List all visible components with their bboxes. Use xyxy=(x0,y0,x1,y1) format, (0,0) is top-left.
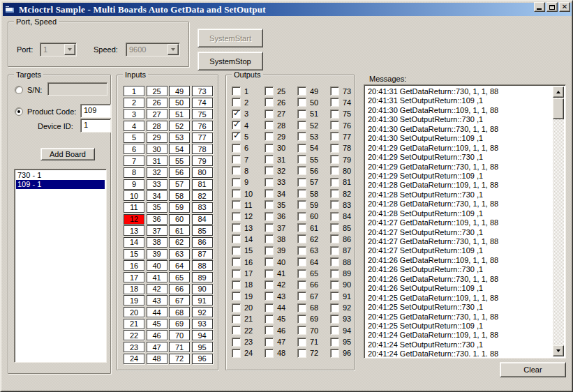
input-cell-19[interactable]: 19 xyxy=(124,295,144,306)
output-checkbox-65[interactable]: ✓ xyxy=(297,269,306,278)
output-checkbox-79[interactable]: ✓ xyxy=(330,155,339,164)
input-cell-27[interactable]: 27 xyxy=(147,109,168,119)
output-checkbox-45[interactable]: ✓ xyxy=(265,315,274,324)
input-cell-25[interactable]: 25 xyxy=(147,86,168,96)
output-checkbox-68[interactable]: ✓ xyxy=(297,303,306,312)
output-checkbox-25[interactable]: ✓ xyxy=(265,86,274,96)
input-cell-14[interactable]: 14 xyxy=(124,237,144,248)
input-cell-50[interactable]: 50 xyxy=(169,98,190,108)
output-checkbox-48[interactable]: ✓ xyxy=(265,349,274,358)
output-checkbox-70[interactable]: ✓ xyxy=(297,326,306,335)
input-cell-8[interactable]: 8 xyxy=(124,167,144,178)
input-cell-67[interactable]: 67 xyxy=(169,295,190,306)
input-cell-87[interactable]: 87 xyxy=(192,249,213,259)
output-checkbox-84[interactable]: ✓ xyxy=(330,212,339,221)
output-checkbox-34[interactable]: ✓ xyxy=(265,189,274,198)
output-checkbox-4[interactable]: ✓ xyxy=(232,121,241,130)
input-cell-64[interactable]: 64 xyxy=(169,260,190,271)
output-checkbox-35[interactable]: ✓ xyxy=(265,200,274,209)
input-cell-5[interactable]: 5 xyxy=(124,133,144,143)
output-checkbox-95[interactable]: ✓ xyxy=(330,338,339,347)
add-board-button[interactable]: Add Board xyxy=(40,148,95,160)
output-checkbox-37[interactable]: ✓ xyxy=(265,223,274,232)
output-checkbox-8[interactable]: ✓ xyxy=(232,166,241,175)
input-cell-60[interactable]: 60 xyxy=(169,214,190,225)
input-cell-53[interactable]: 53 xyxy=(169,133,190,143)
scrollbar-thumb[interactable] xyxy=(553,98,564,119)
output-checkbox-92[interactable]: ✓ xyxy=(330,303,339,312)
output-checkbox-39[interactable]: ✓ xyxy=(265,246,274,255)
scroll-down-button[interactable] xyxy=(553,345,564,356)
output-checkbox-2[interactable]: ✓ xyxy=(232,98,241,107)
output-checkbox-90[interactable]: ✓ xyxy=(330,280,339,289)
output-checkbox-89[interactable]: ✓ xyxy=(330,269,339,278)
output-checkbox-11[interactable]: ✓ xyxy=(232,200,241,209)
output-checkbox-80[interactable]: ✓ xyxy=(330,166,339,175)
input-cell-75[interactable]: 75 xyxy=(192,109,213,119)
input-cell-54[interactable]: 54 xyxy=(169,144,190,154)
minimize-button[interactable] xyxy=(534,2,545,12)
input-cell-56[interactable]: 56 xyxy=(169,167,190,178)
maximize-button[interactable] xyxy=(546,2,558,12)
input-cell-76[interactable]: 76 xyxy=(192,121,213,131)
output-checkbox-50[interactable]: ✓ xyxy=(297,98,306,107)
output-checkbox-5[interactable]: ✓ xyxy=(232,132,241,141)
input-cell-81[interactable]: 81 xyxy=(192,179,213,190)
input-cell-73[interactable]: 73 xyxy=(192,86,213,96)
input-cell-96[interactable]: 96 xyxy=(192,354,213,364)
input-cell-40[interactable]: 40 xyxy=(147,260,168,271)
input-cell-80[interactable]: 80 xyxy=(192,167,213,178)
output-checkbox-24[interactable]: ✓ xyxy=(232,349,241,358)
input-cell-32[interactable]: 32 xyxy=(147,167,168,178)
port-dropdown-button[interactable] xyxy=(64,44,75,55)
output-checkbox-27[interactable]: ✓ xyxy=(265,110,274,119)
output-checkbox-9[interactable]: ✓ xyxy=(232,178,241,187)
input-cell-48[interactable]: 48 xyxy=(147,354,168,364)
output-checkbox-20[interactable]: ✓ xyxy=(232,303,241,312)
input-cell-66[interactable]: 66 xyxy=(169,284,190,294)
output-checkbox-40[interactable]: ✓ xyxy=(265,257,274,266)
input-cell-12[interactable]: 12 xyxy=(124,214,144,225)
output-checkbox-6[interactable]: ✓ xyxy=(232,144,241,153)
input-cell-35[interactable]: 35 xyxy=(147,202,168,213)
output-checkbox-81[interactable]: ✓ xyxy=(330,178,339,187)
output-checkbox-1[interactable]: ✓ xyxy=(232,86,241,96)
input-cell-61[interactable]: 61 xyxy=(169,225,190,236)
input-cell-55[interactable]: 55 xyxy=(169,156,190,166)
output-checkbox-78[interactable]: ✓ xyxy=(330,144,339,153)
input-cell-74[interactable]: 74 xyxy=(192,98,213,108)
input-cell-91[interactable]: 91 xyxy=(192,295,213,306)
input-cell-20[interactable]: 20 xyxy=(124,307,144,317)
output-checkbox-85[interactable]: ✓ xyxy=(330,223,339,232)
input-cell-82[interactable]: 82 xyxy=(192,190,213,201)
input-cell-18[interactable]: 18 xyxy=(124,284,144,294)
input-cell-30[interactable]: 30 xyxy=(147,144,168,154)
output-checkbox-72[interactable]: ✓ xyxy=(297,349,306,358)
output-checkbox-91[interactable]: ✓ xyxy=(330,292,339,301)
output-checkbox-47[interactable]: ✓ xyxy=(265,338,274,347)
output-checkbox-29[interactable]: ✓ xyxy=(265,132,274,141)
output-checkbox-67[interactable]: ✓ xyxy=(297,292,306,301)
output-checkbox-52[interactable]: ✓ xyxy=(297,121,306,130)
board-list-item[interactable]: 109 - 1 xyxy=(16,180,105,189)
input-cell-94[interactable]: 94 xyxy=(192,330,213,340)
output-checkbox-61[interactable]: ✓ xyxy=(297,223,306,232)
input-cell-65[interactable]: 65 xyxy=(169,272,190,282)
output-checkbox-75[interactable]: ✓ xyxy=(330,110,339,119)
input-cell-21[interactable]: 21 xyxy=(124,319,144,329)
input-cell-51[interactable]: 51 xyxy=(169,109,190,119)
output-checkbox-36[interactable]: ✓ xyxy=(265,212,274,221)
input-cell-72[interactable]: 72 xyxy=(169,354,190,364)
input-cell-70[interactable]: 70 xyxy=(169,330,190,340)
system-stop-button[interactable]: SystemStop xyxy=(198,52,263,70)
board-list-item[interactable]: 730 - 1 xyxy=(16,171,105,180)
output-checkbox-46[interactable]: ✓ xyxy=(265,326,274,335)
input-cell-83[interactable]: 83 xyxy=(192,202,213,213)
input-cell-49[interactable]: 49 xyxy=(169,86,190,96)
output-checkbox-13[interactable]: ✓ xyxy=(232,223,241,232)
product-code-radio[interactable] xyxy=(15,107,23,116)
sn-field[interactable] xyxy=(47,82,107,96)
input-cell-63[interactable]: 63 xyxy=(169,249,190,259)
input-cell-4[interactable]: 4 xyxy=(124,121,144,131)
output-checkbox-82[interactable]: ✓ xyxy=(330,189,339,198)
